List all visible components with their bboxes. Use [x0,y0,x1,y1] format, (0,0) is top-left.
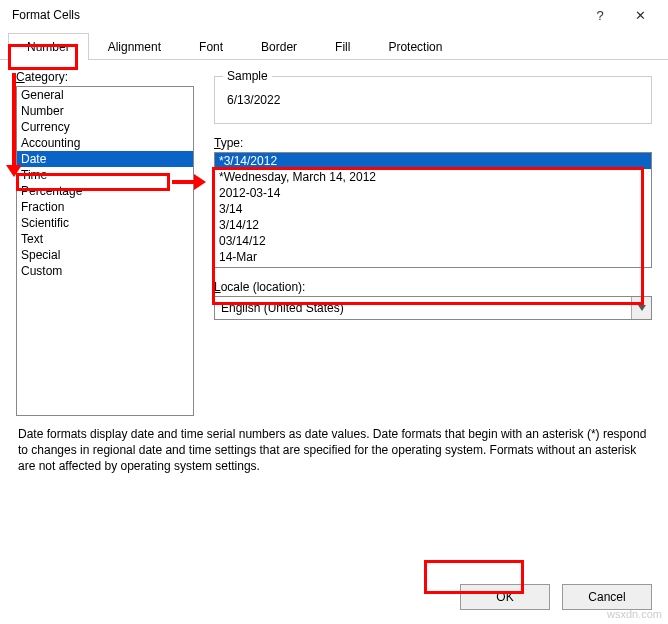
tab-protection[interactable]: Protection [369,33,461,60]
watermark: wsxdn.com [607,608,662,620]
type-item[interactable]: 2012-03-14 [215,185,651,201]
chevron-down-icon[interactable] [631,297,651,319]
locale-select[interactable]: English (United States) [214,296,652,320]
type-item[interactable]: *3/14/2012 [215,153,651,169]
category-listbox[interactable]: GeneralNumberCurrencyAccountingDateTimeP… [16,86,194,416]
type-item[interactable]: 3/14/12 [215,217,651,233]
category-label: Category: [16,70,194,84]
type-item[interactable]: *Wednesday, March 14, 2012 [215,169,651,185]
category-item[interactable]: Time [17,167,193,183]
type-item[interactable]: 14-Mar [215,249,651,265]
titlebar: Format Cells ? ✕ [0,0,668,30]
tab-bar: NumberAlignmentFontBorderFillProtection [0,30,668,60]
category-item[interactable]: Text [17,231,193,247]
tab-font[interactable]: Font [180,33,242,60]
category-item[interactable]: Percentage [17,183,193,199]
type-item[interactable]: 3/14 [215,201,651,217]
sample-groupbox: Sample 6/13/2022 [214,76,652,124]
type-item[interactable]: 03/14/12 [215,233,651,249]
sample-value: 6/13/2022 [225,87,641,113]
category-item[interactable]: Custom [17,263,193,279]
close-button[interactable]: ✕ [620,1,660,29]
category-item[interactable]: Special [17,247,193,263]
category-item[interactable]: Number [17,103,193,119]
category-item[interactable]: Currency [17,119,193,135]
locale-label: Locale (location): [214,280,652,294]
type-label: Type: [214,136,652,150]
ok-button[interactable]: OK [460,584,550,610]
tab-border[interactable]: Border [242,33,316,60]
cancel-button[interactable]: Cancel [562,584,652,610]
locale-value: English (United States) [215,301,631,315]
dialog-title: Format Cells [12,8,580,22]
tab-alignment[interactable]: Alignment [89,33,180,60]
category-item[interactable]: General [17,87,193,103]
sample-legend: Sample [223,69,272,83]
category-item[interactable]: Date [17,151,193,167]
tab-fill[interactable]: Fill [316,33,369,60]
category-item[interactable]: Scientific [17,215,193,231]
description-text: Date formats display date and time seria… [0,420,668,475]
tab-number[interactable]: Number [8,33,89,60]
category-item[interactable]: Accounting [17,135,193,151]
category-item[interactable]: Fraction [17,199,193,215]
type-listbox[interactable]: *3/14/2012*Wednesday, March 14, 20122012… [214,152,652,268]
help-button[interactable]: ? [580,1,620,29]
